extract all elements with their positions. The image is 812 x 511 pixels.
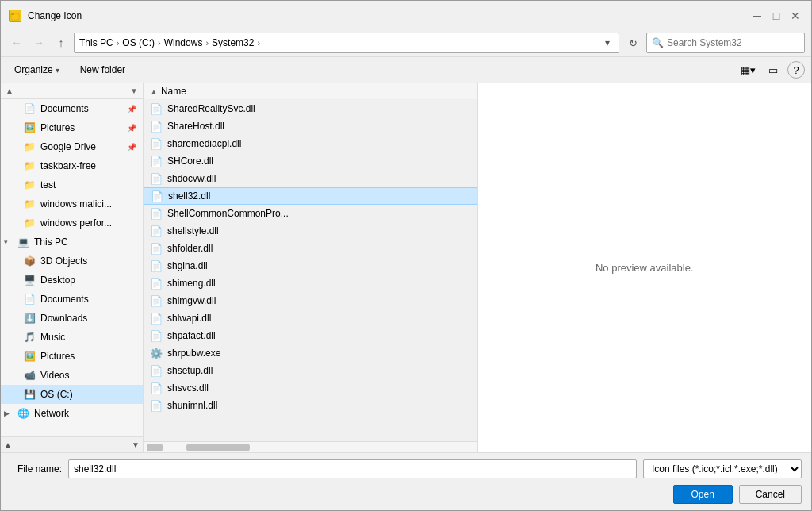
grid-icon: ▦▾ (741, 64, 756, 76)
file-list-item[interactable]: 📄 shgina.dll (144, 257, 477, 275)
file-list-item[interactable]: 📄 shdocvw.dll (144, 170, 477, 187)
filename-input[interactable] (68, 459, 637, 478)
file-name: shrpubw.exe (167, 348, 220, 359)
horizontal-scrollbar[interactable] (144, 441, 477, 452)
pin-icon: 📌 (127, 143, 136, 152)
name-column-header: Name (161, 86, 186, 97)
forward-button[interactable]: → (29, 33, 48, 52)
refresh-button[interactable]: ↻ (622, 33, 643, 53)
file-name: SHCore.dll (167, 156, 213, 167)
preview-pane: No preview available. (477, 83, 812, 452)
sidebar-downloads-label: Downloads (40, 313, 136, 324)
new-folder-button[interactable]: New folder (73, 61, 132, 79)
help-button[interactable]: ? (787, 61, 805, 79)
filetype-select[interactable]: Icon files (*.ico;*.icl;*.exe;*.dll) (643, 459, 802, 478)
cancel-button[interactable]: Cancel (739, 485, 802, 504)
file-icon: 📄 (150, 102, 163, 115)
open-button[interactable]: Open (673, 485, 733, 504)
sidebar-nav-up-btn[interactable]: ▲ (4, 440, 12, 449)
sidebar-item-windows-malici[interactable]: 📁 windows malici... (1, 194, 143, 213)
file-list-item[interactable]: 📄 ShareHost.dll (144, 117, 477, 135)
maximize-button[interactable]: □ (768, 8, 784, 24)
sidebar-scroll-down-button[interactable]: ▼ (130, 86, 138, 95)
sidebar-item-documents-pinned[interactable]: 📄 Documents 📌 (1, 99, 143, 118)
file-list-item[interactable]: ⚙️ shrpubw.exe (144, 344, 477, 362)
file-list-item[interactable]: 📄 shell32.dll (144, 187, 477, 205)
sidebar-item-windows-perfor[interactable]: 📁 windows perfor... (1, 213, 143, 232)
help-icon: ? (793, 64, 799, 76)
documents-pc-icon: 📄 (23, 293, 36, 305)
file-list-item[interactable]: 📄 ShellCommonCommonPro... (144, 205, 477, 222)
file-icon: 📄 (150, 137, 163, 150)
sidebar-item-network[interactable]: ▶ 🌐 Network (1, 404, 143, 423)
sidebar-item-3d-objects[interactable]: 📦 3D Objects (1, 252, 143, 271)
view-panel-button[interactable]: ▭ (762, 60, 784, 79)
sidebar-item-music[interactable]: 🎵 Music (1, 328, 143, 347)
sidebar-bottom-nav: ▲ ▼ (1, 436, 143, 452)
sidebar-taskbarx-label: taskbarx-free (40, 160, 136, 171)
file-list-item[interactable]: 📄 shfolder.dll (144, 240, 477, 257)
this-pc-icon: 💻 (17, 236, 29, 248)
sidebar-item-desktop[interactable]: 🖥️ Desktop (1, 271, 143, 290)
sidebar-item-test[interactable]: 📁 test (1, 175, 143, 194)
file-name: shunimnl.dll (167, 400, 217, 411)
pictures-icon: 🖼️ (23, 121, 36, 134)
file-name: SharedRealitySvc.dll (167, 103, 255, 114)
up-button[interactable]: ↑ (52, 33, 71, 52)
close-button[interactable]: ✕ (787, 8, 803, 24)
new-folder-label: New folder (80, 64, 125, 75)
sidebar: ▲ ▼ 📄 Documents 📌 🖼️ Pictures 📌 (1, 83, 144, 452)
sidebar-item-os-c[interactable]: 💾 OS (C:) (1, 385, 143, 404)
address-bar[interactable]: This PC › OS (C:) › Windows › System32 ›… (74, 33, 619, 53)
back-button[interactable]: ← (7, 33, 26, 52)
file-list-item[interactable]: 📄 shpafact.dll (144, 327, 477, 344)
filename-label: File name: (10, 463, 62, 474)
test-icon: 📁 (23, 179, 36, 191)
file-name: sharemediacpl.dll (167, 138, 241, 149)
desktop-icon: 🖥️ (23, 274, 36, 286)
sidebar-item-downloads[interactable]: ⬇️ Downloads (1, 309, 143, 328)
view-grid-button[interactable]: ▦▾ (737, 60, 759, 79)
file-name: shlwapi.dll (167, 313, 211, 324)
file-list-item[interactable]: 📄 shellstyle.dll (144, 222, 477, 240)
sidebar-item-taskbarx-free[interactable]: 📁 taskbarx-free (1, 156, 143, 175)
file-list-item[interactable]: 📄 SHCore.dll (144, 152, 477, 170)
organize-button[interactable]: Organize ▾ (7, 61, 67, 79)
title-bar-left: Change Icon (9, 10, 82, 22)
file-icon: 📄 (150, 225, 163, 237)
3d-objects-icon: 📦 (23, 255, 36, 267)
search-input[interactable] (667, 37, 799, 48)
sidebar-item-google-drive[interactable]: 📁 Google Drive 📌 (1, 137, 143, 156)
sidebar-nav-down-btn[interactable]: ▼ (132, 440, 140, 449)
file-column: ▲ Name 📄 SharedRealitySvc.dll 📄 ShareHos… (144, 83, 477, 452)
file-list-item[interactable]: 📄 shimeng.dll (144, 275, 477, 292)
file-icon: 📄 (150, 120, 163, 133)
file-icon: 📄 (150, 364, 163, 377)
file-list-item[interactable]: 📄 shsetup.dll (144, 362, 477, 379)
pin-icon: 📌 (127, 124, 136, 133)
sidebar-item-pictures-pinned[interactable]: 🖼️ Pictures 📌 (1, 118, 143, 137)
file-name: shell32.dll (168, 190, 210, 202)
sidebar-item-videos[interactable]: 📹 Videos (1, 366, 143, 385)
address-dropdown-button[interactable]: ▾ (601, 37, 614, 48)
right-col-main: ▲ Name 📄 SharedRealitySvc.dll 📄 ShareHos… (144, 83, 811, 452)
file-list-item[interactable]: 📄 shlwapi.dll (144, 309, 477, 327)
expand-icon: ▾ (4, 238, 12, 246)
file-list-item[interactable]: 📄 shimgvw.dll (144, 292, 477, 309)
search-box[interactable]: 🔍 (646, 33, 805, 53)
sidebar-scroll-up-button[interactable]: ▲ (6, 86, 13, 95)
change-icon-window: Change Icon ─ □ ✕ ← → ↑ This PC › OS (C:… (0, 0, 812, 511)
sidebar-item-pictures-pc[interactable]: 🖼️ Pictures (1, 347, 143, 366)
minimize-button[interactable]: ─ (749, 8, 765, 24)
sidebar-item-this-pc[interactable]: ▾ 💻 This PC (1, 232, 143, 252)
sidebar-item-documents-pc[interactable]: 📄 Documents (1, 290, 143, 309)
music-icon: 🎵 (23, 331, 36, 344)
file-list-item[interactable]: 📄 SharedRealitySvc.dll (144, 100, 477, 117)
path-windows: Windows (164, 37, 203, 48)
file-list-item[interactable]: 📄 sharemediacpl.dll (144, 135, 477, 152)
file-icon: 📄 (150, 312, 163, 325)
windows-malici-icon: 📁 (23, 198, 36, 210)
file-list-item[interactable]: 📄 shunimnl.dll (144, 397, 477, 414)
file-name: shfolder.dll (167, 243, 213, 254)
file-list-item[interactable]: 📄 shsvcs.dll (144, 379, 477, 397)
